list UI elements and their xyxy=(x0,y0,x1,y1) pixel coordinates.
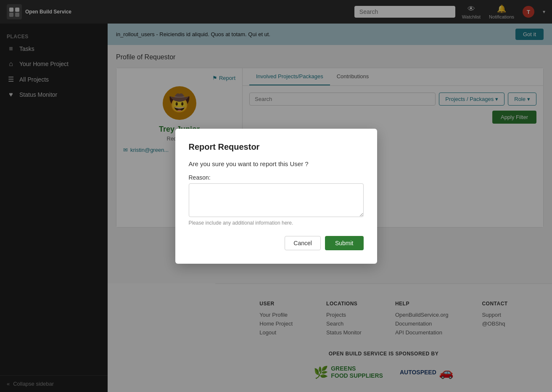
modal-overlay[interactable]: Report Requestor Are you sure you want t… xyxy=(0,0,552,392)
modal-actions: Cancel Submit xyxy=(189,236,364,250)
report-modal: Report Requestor Are you sure you want t… xyxy=(175,129,377,264)
reason-textarea[interactable] xyxy=(189,183,364,217)
modal-hint: Please include any additional informatio… xyxy=(189,220,364,226)
modal-question: Are you sure you want to report this Use… xyxy=(189,160,364,167)
reason-label: Reason: xyxy=(189,174,364,181)
cancel-button[interactable]: Cancel xyxy=(285,236,321,250)
modal-title: Report Requestor xyxy=(189,142,364,152)
submit-button[interactable]: Submit xyxy=(325,236,364,250)
